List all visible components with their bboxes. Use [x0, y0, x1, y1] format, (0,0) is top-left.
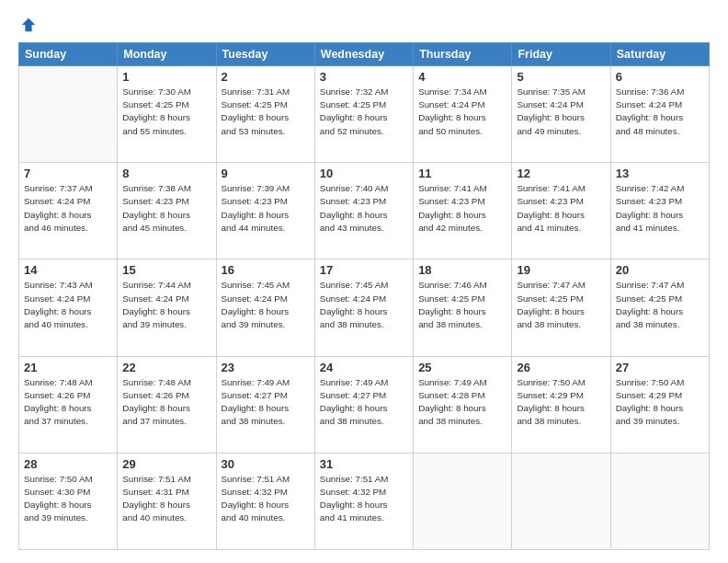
day-number: 12 — [517, 167, 605, 180]
day-info: Sunrise: 7:47 AMSunset: 4:25 PMDaylight:… — [616, 279, 704, 331]
calendar-cell — [19, 66, 118, 163]
day-info: Sunrise: 7:45 AMSunset: 4:24 PMDaylight:… — [320, 279, 408, 331]
calendar-week-3: 14Sunrise: 7:43 AMSunset: 4:24 PMDayligh… — [19, 259, 710, 356]
day-number: 8 — [122, 167, 210, 180]
day-number: 14 — [24, 263, 112, 277]
calendar-week-1: 1Sunrise: 7:30 AMSunset: 4:25 PMDaylight… — [19, 66, 710, 163]
calendar-cell: 24Sunrise: 7:49 AMSunset: 4:27 PMDayligh… — [314, 356, 413, 453]
calendar-week-4: 21Sunrise: 7:48 AMSunset: 4:26 PMDayligh… — [19, 356, 710, 453]
day-number: 18 — [418, 263, 506, 277]
weekday-header-wednesday: Wednesday — [314, 43, 413, 66]
day-info: Sunrise: 7:48 AMSunset: 4:26 PMDaylight:… — [24, 376, 112, 429]
day-number: 22 — [122, 361, 210, 374]
day-info: Sunrise: 7:46 AMSunset: 4:25 PMDaylight:… — [418, 279, 506, 331]
day-info: Sunrise: 7:40 AMSunset: 4:23 PMDaylight:… — [320, 182, 408, 235]
day-info: Sunrise: 7:32 AMSunset: 4:25 PMDaylight:… — [320, 86, 408, 138]
calendar-cell: 13Sunrise: 7:42 AMSunset: 4:23 PMDayligh… — [610, 163, 709, 259]
day-number: 28 — [24, 457, 112, 471]
day-info: Sunrise: 7:44 AMSunset: 4:24 PMDaylight:… — [122, 279, 210, 331]
calendar-cell: 6Sunrise: 7:36 AMSunset: 4:24 PMDaylight… — [610, 66, 709, 163]
calendar-cell: 26Sunrise: 7:50 AMSunset: 4:29 PMDayligh… — [512, 356, 610, 453]
day-number: 31 — [320, 457, 408, 471]
page: SundayMondayTuesdayWednesdayThursdayFrid… — [0, 0, 728, 563]
weekday-header-tuesday: Tuesday — [216, 43, 314, 66]
calendar-cell: 8Sunrise: 7:38 AMSunset: 4:23 PMDaylight… — [118, 163, 216, 259]
calendar-cell: 28Sunrise: 7:50 AMSunset: 4:30 PMDayligh… — [19, 453, 118, 549]
day-number: 30 — [222, 457, 310, 471]
calendar-cell: 9Sunrise: 7:39 AMSunset: 4:23 PMDaylight… — [216, 163, 314, 259]
calendar-cell: 12Sunrise: 7:41 AMSunset: 4:23 PMDayligh… — [512, 163, 610, 259]
calendar-cell: 14Sunrise: 7:43 AMSunset: 4:24 PMDayligh… — [19, 259, 118, 356]
day-info: Sunrise: 7:41 AMSunset: 4:23 PMDaylight:… — [418, 182, 506, 235]
day-number: 29 — [122, 457, 210, 471]
calendar-cell: 27Sunrise: 7:50 AMSunset: 4:29 PMDayligh… — [610, 356, 709, 453]
day-number: 13 — [616, 167, 704, 180]
day-info: Sunrise: 7:47 AMSunset: 4:25 PMDaylight:… — [517, 279, 605, 331]
day-number: 5 — [517, 70, 605, 84]
day-number: 4 — [418, 70, 506, 84]
day-number: 21 — [24, 361, 112, 374]
weekday-header-friday: Friday — [512, 43, 610, 66]
day-info: Sunrise: 7:42 AMSunset: 4:23 PMDaylight:… — [616, 182, 704, 235]
day-number: 9 — [222, 167, 310, 180]
weekday-header-row: SundayMondayTuesdayWednesdayThursdayFrid… — [19, 43, 710, 66]
day-number: 27 — [616, 361, 704, 374]
day-info: Sunrise: 7:36 AMSunset: 4:24 PMDaylight:… — [616, 86, 704, 138]
weekday-header-monday: Monday — [118, 43, 216, 66]
logo — [18, 17, 37, 33]
weekday-header-thursday: Thursday — [414, 43, 512, 66]
calendar-cell: 11Sunrise: 7:41 AMSunset: 4:23 PMDayligh… — [414, 163, 512, 259]
day-number: 26 — [517, 361, 605, 374]
calendar-cell: 2Sunrise: 7:31 AMSunset: 4:25 PMDaylight… — [216, 66, 314, 163]
day-info: Sunrise: 7:50 AMSunset: 4:29 PMDaylight:… — [517, 376, 605, 429]
day-number: 10 — [320, 167, 408, 180]
day-number: 23 — [222, 361, 310, 374]
weekday-header-saturday: Saturday — [610, 43, 709, 66]
day-number: 16 — [222, 263, 310, 277]
day-number: 17 — [320, 263, 408, 277]
day-info: Sunrise: 7:39 AMSunset: 4:23 PMDaylight:… — [222, 182, 310, 235]
day-info: Sunrise: 7:49 AMSunset: 4:27 PMDaylight:… — [320, 376, 408, 429]
logo-icon — [20, 17, 37, 33]
day-info: Sunrise: 7:41 AMSunset: 4:23 PMDaylight:… — [517, 182, 605, 235]
calendar-cell: 10Sunrise: 7:40 AMSunset: 4:23 PMDayligh… — [314, 163, 413, 259]
calendar-cell: 19Sunrise: 7:47 AMSunset: 4:25 PMDayligh… — [512, 259, 610, 356]
day-info: Sunrise: 7:51 AMSunset: 4:31 PMDaylight:… — [122, 473, 210, 525]
day-info: Sunrise: 7:48 AMSunset: 4:26 PMDaylight:… — [122, 376, 210, 429]
calendar-cell: 17Sunrise: 7:45 AMSunset: 4:24 PMDayligh… — [314, 259, 413, 356]
calendar-cell: 4Sunrise: 7:34 AMSunset: 4:24 PMDaylight… — [414, 66, 512, 163]
calendar-cell — [414, 453, 512, 549]
day-number: 25 — [418, 361, 506, 374]
calendar-week-5: 28Sunrise: 7:50 AMSunset: 4:30 PMDayligh… — [19, 453, 710, 549]
calendar-cell: 30Sunrise: 7:51 AMSunset: 4:32 PMDayligh… — [216, 453, 314, 549]
day-info: Sunrise: 7:45 AMSunset: 4:24 PMDaylight:… — [222, 279, 310, 331]
svg-marker-0 — [22, 18, 35, 31]
day-number: 2 — [222, 70, 310, 84]
day-number: 3 — [320, 70, 408, 84]
calendar-cell — [610, 453, 709, 549]
day-info: Sunrise: 7:43 AMSunset: 4:24 PMDaylight:… — [24, 279, 112, 331]
calendar-cell — [512, 453, 610, 549]
day-info: Sunrise: 7:37 AMSunset: 4:24 PMDaylight:… — [24, 182, 112, 235]
day-number: 24 — [320, 361, 408, 374]
calendar-cell: 22Sunrise: 7:48 AMSunset: 4:26 PMDayligh… — [118, 356, 216, 453]
calendar-cell: 1Sunrise: 7:30 AMSunset: 4:25 PMDaylight… — [118, 66, 216, 163]
calendar-cell: 16Sunrise: 7:45 AMSunset: 4:24 PMDayligh… — [216, 259, 314, 356]
calendar-cell: 5Sunrise: 7:35 AMSunset: 4:24 PMDaylight… — [512, 66, 610, 163]
day-info: Sunrise: 7:50 AMSunset: 4:30 PMDaylight:… — [24, 473, 112, 525]
day-number: 1 — [122, 70, 210, 84]
calendar-cell: 21Sunrise: 7:48 AMSunset: 4:26 PMDayligh… — [19, 356, 118, 453]
calendar-cell: 7Sunrise: 7:37 AMSunset: 4:24 PMDaylight… — [19, 163, 118, 259]
day-number: 7 — [24, 167, 112, 180]
day-number: 6 — [616, 70, 704, 84]
header — [18, 17, 710, 33]
day-number: 20 — [616, 263, 704, 277]
calendar-cell: 18Sunrise: 7:46 AMSunset: 4:25 PMDayligh… — [414, 259, 512, 356]
day-info: Sunrise: 7:50 AMSunset: 4:29 PMDaylight:… — [616, 376, 704, 429]
calendar-table: SundayMondayTuesdayWednesdayThursdayFrid… — [18, 42, 710, 550]
calendar-week-2: 7Sunrise: 7:37 AMSunset: 4:24 PMDaylight… — [19, 163, 710, 259]
day-number: 11 — [418, 167, 506, 180]
day-number: 15 — [122, 263, 210, 277]
day-info: Sunrise: 7:34 AMSunset: 4:24 PMDaylight:… — [418, 86, 506, 138]
day-number: 19 — [517, 263, 605, 277]
